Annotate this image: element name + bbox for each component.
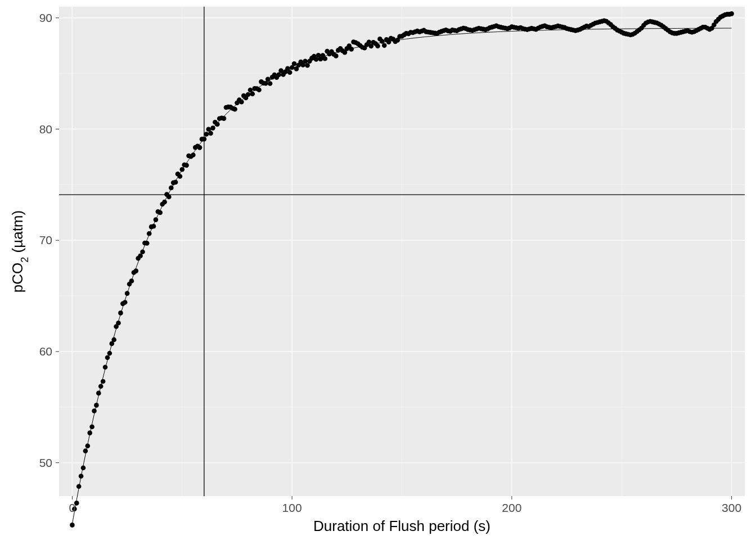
svg-point-85 <box>222 116 227 121</box>
svg-point-155 <box>375 44 380 49</box>
svg-point-30 <box>101 379 106 384</box>
svg-point-127 <box>314 57 319 62</box>
y-tick-label: 60 <box>39 345 52 358</box>
x-tick-label: 100 <box>282 501 302 514</box>
y-tick-label: 80 <box>39 123 52 136</box>
svg-point-78 <box>206 127 211 132</box>
svg-point-96 <box>246 92 251 97</box>
svg-point-76 <box>202 137 207 142</box>
svg-point-43 <box>129 278 134 284</box>
svg-point-122 <box>303 59 308 64</box>
svg-point-58 <box>162 200 167 205</box>
svg-point-104 <box>263 81 268 86</box>
svg-point-68 <box>184 163 189 168</box>
svg-point-33 <box>107 351 112 356</box>
svg-point-80 <box>210 125 215 130</box>
svg-point-143 <box>349 47 354 52</box>
svg-point-131 <box>322 56 327 61</box>
svg-point-53 <box>151 224 156 229</box>
svg-point-77 <box>204 132 209 137</box>
svg-point-136 <box>334 53 339 58</box>
svg-point-23 <box>85 444 90 449</box>
svg-point-27 <box>94 403 99 408</box>
svg-point-16 <box>70 523 75 528</box>
svg-point-63 <box>173 180 178 185</box>
svg-point-21 <box>81 465 86 470</box>
svg-point-50 <box>145 241 150 246</box>
svg-point-90 <box>232 107 237 112</box>
svg-point-38 <box>118 310 123 316</box>
svg-point-48 <box>140 249 145 254</box>
svg-point-98 <box>250 92 255 97</box>
svg-point-20 <box>79 474 84 479</box>
svg-point-51 <box>147 231 152 236</box>
y-tick-label: 50 <box>39 456 52 469</box>
svg-point-28 <box>96 391 101 396</box>
svg-point-32 <box>105 355 110 360</box>
svg-point-61 <box>169 186 174 191</box>
svg-point-74 <box>197 145 202 150</box>
scatter-chart: 01002003005060708090Duration of Flush pe… <box>0 0 756 540</box>
svg-point-93 <box>239 100 244 105</box>
svg-point-79 <box>208 131 213 136</box>
svg-point-45 <box>133 268 138 273</box>
svg-point-22 <box>83 448 88 453</box>
svg-point-106 <box>268 81 273 86</box>
svg-point-82 <box>215 122 220 127</box>
svg-point-60 <box>166 195 172 200</box>
svg-point-101 <box>256 88 262 93</box>
svg-point-157 <box>380 39 385 44</box>
svg-point-71 <box>191 152 196 158</box>
chart-container: 01002003005060708090Duration of Flush pe… <box>0 0 756 540</box>
svg-point-115 <box>287 70 292 75</box>
svg-point-316 <box>729 11 734 16</box>
svg-point-41 <box>125 291 130 296</box>
svg-point-25 <box>89 424 94 429</box>
svg-point-35 <box>111 338 116 343</box>
svg-point-40 <box>123 300 128 305</box>
svg-point-54 <box>154 217 159 222</box>
y-tick-label: 90 <box>39 11 52 24</box>
x-tick-label: 300 <box>722 501 741 514</box>
svg-point-117 <box>292 61 297 66</box>
svg-point-26 <box>92 408 97 413</box>
svg-point-105 <box>266 77 271 82</box>
x-axis-title: Duration of Flush period (s) <box>313 518 490 534</box>
svg-point-24 <box>87 430 92 435</box>
svg-point-158 <box>382 43 387 48</box>
x-tick-label: 0 <box>69 501 76 514</box>
svg-point-66 <box>179 167 184 172</box>
svg-point-56 <box>158 210 163 215</box>
svg-point-29 <box>98 384 104 389</box>
svg-point-123 <box>305 63 310 68</box>
svg-point-19 <box>76 484 82 489</box>
x-tick-label: 200 <box>502 501 521 514</box>
y-tick-label: 70 <box>39 233 52 246</box>
svg-point-65 <box>178 174 183 179</box>
svg-point-31 <box>103 364 108 370</box>
svg-point-37 <box>116 321 121 326</box>
y-axis-title: pCO2 (µatm) <box>9 210 30 292</box>
